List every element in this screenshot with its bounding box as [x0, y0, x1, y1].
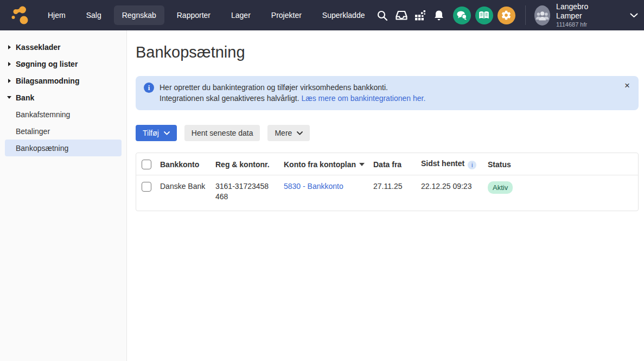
page-layout: Kasseklader Søgning og lister Bilagsanmo… — [0, 30, 644, 361]
more-button[interactable]: Mere — [267, 125, 310, 141]
main-nav: Hjem Salg Regnskab Rapporter Lager Proje… — [40, 5, 373, 25]
header-sidst-hentet: Sidst henteti — [417, 153, 483, 175]
sidebar-item-label: Kasseklader — [16, 43, 61, 52]
caret-right-icon — [8, 79, 11, 83]
banner-line2: Integrationen skal genaktiveres halvårli… — [160, 93, 425, 104]
cell-reg-kontonr: 3161-31723458468 — [211, 175, 279, 211]
topbar-right: Langebro Lamper 1114687 hfr — [373, 2, 644, 29]
table-header-row: Bankkonto Reg & kontonr. Konto fra konto… — [136, 153, 638, 175]
sidebar-item-sogning-og-lister[interactable]: Søgning og lister — [0, 55, 126, 72]
fetch-latest-data-button[interactable]: Hent seneste data — [184, 125, 260, 141]
cell-bankkonto: Danske Bank — [156, 175, 211, 211]
sidebar-item-bankafstemning[interactable]: Bankafstemning — [5, 106, 122, 123]
sidebar-subitem-label: Bankafstemning — [16, 110, 70, 119]
banner-line1: Her opretter du bankintegration og tilfø… — [160, 82, 425, 93]
info-banner: i Her opretter du bankintegration og til… — [136, 76, 639, 110]
topbar: Hjem Salg Regnskab Rapporter Lager Proje… — [0, 0, 644, 30]
user-menu[interactable]: Langebro Lamper 1114687 hfr — [534, 2, 644, 29]
select-all-checkbox[interactable] — [142, 160, 151, 169]
inbox-icon[interactable] — [392, 4, 411, 26]
status-badge: Aktiv — [488, 181, 513, 194]
e-conomic-logo-icon[interactable] — [9, 4, 31, 27]
header-data-fra: Data fra — [369, 153, 417, 175]
sidebar-item-label: Søgning og lister — [16, 60, 78, 68]
user-meta: 1114687 hfr — [556, 21, 604, 29]
settings-gear-icon[interactable] — [498, 7, 515, 24]
toolbar: Tilføj Hent seneste data Mere — [136, 125, 639, 141]
cell-data-fra: 27.11.25 — [369, 175, 417, 211]
nav-item-hjem[interactable]: Hjem — [40, 5, 74, 25]
bank-accounts-table: Bankkonto Reg & kontonr. Konto fra konto… — [136, 153, 639, 211]
cell-status: Aktiv — [483, 175, 638, 211]
notifications-bell-icon[interactable] — [430, 4, 449, 26]
header-reg-kontonr: Reg & kontonr. — [211, 153, 279, 175]
chevron-down-icon[interactable] — [630, 13, 638, 18]
caret-right-icon — [8, 62, 11, 66]
sidebar-item-bilagsanmodning[interactable]: Bilagsanmodning — [0, 72, 126, 89]
guide-book-icon[interactable] — [475, 7, 493, 24]
chevron-down-icon — [164, 131, 170, 135]
nav-item-salg[interactable]: Salg — [78, 5, 110, 25]
caret-right-icon — [8, 45, 11, 49]
header-bankkonto: Bankkonto — [156, 153, 211, 175]
sidebar-subitem-label: Betalinger — [16, 127, 50, 136]
banner-text: Her opretter du bankintegration og tilfø… — [160, 82, 425, 104]
header-status: Status — [483, 153, 638, 175]
caret-down-icon — [7, 96, 11, 99]
sidebar-item-label: Bank — [16, 93, 34, 102]
account-link[interactable]: 5830 - Bankkonto — [284, 182, 343, 191]
sort-descending-icon[interactable] — [359, 163, 365, 166]
sidebar-subitem-label: Bankopsætning — [16, 144, 68, 153]
sidebar-item-betalinger[interactable]: Betalinger — [5, 123, 122, 140]
sidebar-item-bank[interactable]: Bank — [0, 89, 126, 106]
add-button[interactable]: Tilføj — [136, 125, 177, 141]
main-content: Bankopsætning i Her opretter du bankinte… — [127, 30, 644, 361]
nav-item-projekter[interactable]: Projekter — [263, 5, 310, 25]
header-konto-fra-kontoplan[interactable]: Konto fra kontoplan — [279, 153, 369, 175]
apps-grid-icon[interactable] — [411, 4, 430, 26]
info-icon[interactable]: i — [468, 161, 476, 169]
user-info: Langebro Lamper 1114687 hfr — [556, 2, 604, 29]
cell-sidst-hentet: 22.12.25 09:23 — [417, 175, 483, 211]
topbar-divider — [525, 5, 526, 25]
page-title: Bankopsætning — [136, 43, 639, 61]
row-checkbox[interactable] — [142, 182, 151, 192]
table-row: Danske Bank 3161-31723458468 5830 - Bank… — [136, 175, 638, 211]
cell-konto-fra-kontoplan: 5830 - Bankkonto — [279, 175, 369, 211]
search-icon[interactable] — [373, 4, 392, 26]
chat-icon[interactable] — [453, 7, 471, 24]
close-icon[interactable]: × — [624, 81, 630, 90]
nav-item-rapporter[interactable]: Rapporter — [169, 5, 219, 25]
banner-link[interactable]: Læs mere om bankintegrationen her. — [301, 94, 425, 103]
nav-item-regnskab[interactable]: Regnskab — [114, 5, 164, 25]
sidebar-item-kasseklader[interactable]: Kasseklader — [0, 39, 126, 55]
avatar — [534, 5, 550, 26]
sidebar: Kasseklader Søgning og lister Bilagsanmo… — [0, 30, 127, 361]
nav-item-lager[interactable]: Lager — [223, 5, 259, 25]
info-icon: i — [144, 83, 154, 93]
sidebar-item-label: Bilagsanmodning — [16, 77, 79, 85]
sidebar-item-bankopsaetning[interactable]: Bankopsætning — [5, 140, 122, 156]
user-name: Langebro Lamper — [556, 2, 604, 21]
chevron-down-icon — [297, 131, 303, 135]
nav-item-superkladde[interactable]: Superkladde — [314, 5, 373, 25]
